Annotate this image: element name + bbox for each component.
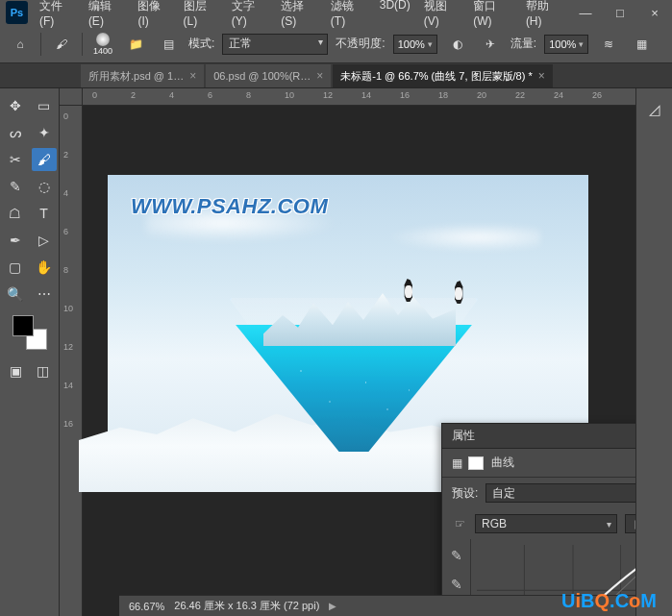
canvas-area: 0 2 4 6 8 10 12 14 16 18 20 22 24 26 0 2… [60, 88, 672, 616]
blend-mode-dropdown[interactable]: 正常 [222, 34, 328, 55]
menu-layer[interactable]: 图层(L) [178, 0, 224, 32]
panel-title[interactable]: 属性 [452, 428, 475, 444]
screenmode-icon[interactable]: ◫ [33, 361, 54, 381]
ruler-vertical[interactable]: 0 2 4 6 8 10 12 14 16 [60, 106, 83, 616]
move-tool[interactable]: ✥ [3, 94, 28, 117]
zoom-value[interactable]: 66.67% [129, 601, 164, 612]
ruler-corner [60, 88, 83, 106]
ruler-mark: 24 [554, 90, 563, 100]
ruler-mark: 14 [63, 381, 73, 390]
window-close-button[interactable]: × [637, 0, 672, 25]
app-logo: Ps [6, 1, 28, 24]
ruler-mark: 2 [63, 150, 68, 160]
mode-label: 模式: [188, 36, 214, 52]
menu-image[interactable]: 图像(I) [132, 0, 175, 32]
shape-tool[interactable]: ▢ [3, 256, 28, 279]
ruler-mark: 22 [515, 90, 525, 100]
separator [40, 33, 41, 56]
tab-document-1[interactable]: 所用素材.psd @ 1… × [81, 64, 204, 87]
masks-icon[interactable]: ▦ [452, 456, 462, 470]
ruler-horizontal[interactable]: 0 2 4 6 8 10 12 14 16 18 20 22 24 26 [83, 88, 672, 106]
ruler-mark: 10 [63, 304, 73, 313]
ruler-mark: 18 [438, 90, 448, 100]
finger-icon[interactable]: ☞ [452, 517, 467, 530]
gradient-preview-icon[interactable]: ▤ [156, 32, 181, 57]
menu-file[interactable]: 文件(F) [34, 0, 81, 32]
window-controls: — □ × [568, 0, 672, 25]
zoom-tool[interactable]: 🔍 [3, 283, 28, 306]
right-panel-icon[interactable]: ◿ [643, 98, 666, 121]
sample-eyedropper-icon[interactable]: ✎ [448, 547, 465, 564]
clone-stamp-tool[interactable]: ☖ [3, 202, 28, 225]
eyedropper-tool[interactable]: ✎ [3, 175, 28, 198]
channel-dropdown[interactable]: RGB [475, 514, 617, 533]
tab-document-3[interactable]: 未标题-1 @ 66.7% (曲线 7, 图层蒙版/8) * × [333, 64, 552, 87]
foreground-color-swatch[interactable] [12, 315, 34, 336]
ruler-mark: 16 [400, 90, 410, 100]
ruler-mark: 6 [208, 90, 212, 100]
tablet-size-icon[interactable]: ▦ [629, 32, 654, 57]
magic-wand-tool[interactable]: ✦ [32, 121, 57, 144]
status-bar: 66.67% 26.46 厘米 x 16.3 厘米 (72 ppi) ▶ [119, 595, 635, 616]
tab-label: 06.psd @ 100%(R… [213, 70, 311, 82]
flow-label: 流量: [510, 36, 536, 52]
flow-pressure-icon[interactable]: ≋ [596, 32, 621, 57]
ruler-mark: 14 [361, 90, 371, 100]
tab-document-2[interactable]: 06.psd @ 100%(R… × [206, 64, 331, 87]
right-panel-strip: ◿ [635, 88, 672, 616]
ruler-mark: 26 [592, 90, 602, 100]
flow-field[interactable]: 100% [544, 35, 588, 54]
more-tools-icon[interactable]: ⋯ [32, 283, 57, 306]
home-icon[interactable]: ⌂ [8, 32, 33, 57]
menu-filter[interactable]: 滤镜(T) [325, 0, 372, 32]
tab-label: 未标题-1 @ 66.7% (曲线 7, 图层蒙版/8) * [340, 69, 532, 84]
brush-panel-toggle-icon[interactable]: 📁 [123, 32, 148, 57]
menu-help[interactable]: 帮助(H) [520, 0, 568, 32]
ruler-mark: 6 [63, 227, 68, 236]
marquee-tool[interactable]: ▭ [32, 94, 57, 117]
ruler-mark: 12 [63, 342, 73, 352]
pen-tool[interactable]: ✒ [3, 229, 28, 252]
adjustment-name: 曲线 [491, 455, 514, 471]
window-maximize-button[interactable]: □ [603, 0, 637, 25]
type-tool[interactable]: T [32, 202, 57, 225]
brush-size-value: 1400 [93, 47, 112, 56]
tab-close-icon[interactable]: × [538, 69, 545, 83]
document-info[interactable]: 26.46 厘米 x 16.3 厘米 (72 ppi) [174, 599, 319, 613]
status-more-icon[interactable]: ▶ [329, 601, 336, 611]
tool-indicator-brush-icon[interactable]: 🖌 [49, 32, 74, 57]
color-swatches[interactable] [12, 315, 47, 350]
spot-heal-tool[interactable]: ◌ [32, 175, 57, 198]
layer-mask-icon[interactable] [468, 456, 484, 470]
menu-type[interactable]: 文字(Y) [226, 0, 274, 32]
lasso-tool[interactable]: ᔕ [3, 121, 28, 144]
ruler-mark: 0 [92, 90, 97, 100]
crop-tool[interactable]: ✂ [3, 148, 28, 171]
tab-close-icon[interactable]: × [189, 69, 196, 83]
main-menu: 文件(F) 编辑(E) 图像(I) 图层(L) 文字(Y) 选择(S) 滤镜(T… [34, 0, 568, 32]
menu-view[interactable]: 视图(V) [418, 0, 466, 32]
quickmask-toggle-icon[interactable]: ▣ [6, 361, 27, 381]
airbrush-toggle-icon[interactable]: ✈ [478, 32, 503, 57]
menu-window[interactable]: 窗口(W) [467, 0, 518, 32]
window-minimize-button[interactable]: — [568, 0, 603, 25]
ruler-mark: 10 [285, 90, 294, 100]
brush-preset-picker[interactable]: 1400 [90, 32, 115, 57]
ruler-mark: 8 [63, 265, 68, 275]
path-select-tool[interactable]: ▷ [32, 229, 57, 252]
tab-close-icon[interactable]: × [316, 69, 323, 83]
brush-tool[interactable]: 🖌 [32, 148, 57, 171]
opacity-field[interactable]: 100% [393, 35, 437, 54]
menu-select[interactable]: 选择(S) [275, 0, 323, 32]
ruler-mark: 0 [63, 111, 68, 121]
menu-edit[interactable]: 编辑(E) [83, 0, 131, 32]
menu-3d[interactable]: 3D(D) [374, 0, 416, 32]
hand-tool[interactable]: ✋ [32, 256, 57, 279]
canvas-watermark-text: WWW.PSAHZ.COM [131, 194, 328, 219]
sample-eyedropper-plus-icon[interactable]: ✎ [448, 576, 465, 593]
ruler-mark: 4 [169, 90, 174, 100]
opacity-label: 不透明度: [336, 36, 385, 52]
opacity-pressure-icon[interactable]: ◐ [445, 32, 470, 57]
ruler-mark: 4 [63, 188, 68, 198]
ruler-mark: 8 [246, 90, 251, 100]
